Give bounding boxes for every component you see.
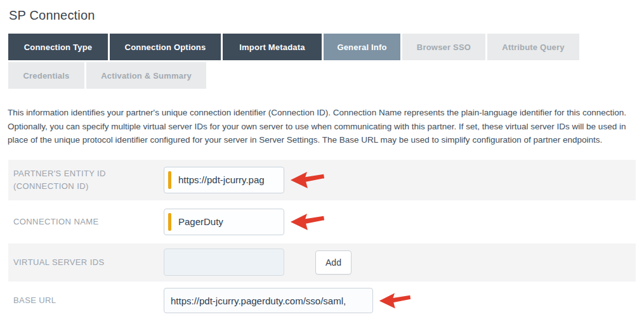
- tab-connection-options[interactable]: Connection Options: [110, 34, 221, 60]
- connection-name-label: CONNECTION NAME: [13, 216, 164, 228]
- tab-row-2: Credentials Activation & Summary: [8, 62, 644, 89]
- partners-entity-id-input-wrap: [164, 167, 284, 193]
- form-row-connection-name: CONNECTION NAME: [8, 200, 636, 243]
- tab-row-1: Connection Type Connection Options Impor…: [8, 34, 644, 60]
- form-row-virtual-server-ids: VIRTUAL SERVER IDS Add: [8, 243, 636, 282]
- virtual-server-ids-label: VIRTUAL SERVER IDS: [13, 256, 164, 269]
- partners-entity-id-label: PARTNER'S ENTITY ID (CONNECTION ID): [13, 167, 164, 193]
- red-arrow-icon: [289, 211, 325, 232]
- wizard-tabs: Connection Type Connection Options Impor…: [8, 34, 644, 89]
- add-button[interactable]: Add: [315, 250, 352, 275]
- red-arrow-icon: [378, 291, 411, 310]
- page-title: SP Connection: [9, 8, 644, 23]
- connection-name-input-wrap: [164, 209, 284, 235]
- tab-attribute-query[interactable]: Attribute Query: [487, 34, 579, 60]
- tab-activation-summary[interactable]: Activation & Summary: [86, 62, 206, 89]
- partners-entity-id-input[interactable]: [164, 167, 284, 193]
- virtual-server-ids-input-wrap: [164, 249, 284, 276]
- base-url-input[interactable]: [164, 288, 373, 313]
- tab-import-metadata[interactable]: Import Metadata: [223, 34, 322, 60]
- connection-name-input[interactable]: [164, 209, 284, 235]
- base-url-input-wrap: [164, 288, 373, 313]
- tab-general-info[interactable]: General Info: [324, 34, 400, 60]
- form-row-base-url: BASE URL: [8, 282, 636, 320]
- red-arrow-icon: [289, 169, 325, 190]
- general-info-form: PARTNER'S ENTITY ID (CONNECTION ID) CONN…: [8, 160, 636, 320]
- base-url-label: BASE URL: [13, 294, 164, 307]
- form-row-partners-entity-id: PARTNER'S ENTITY ID (CONNECTION ID): [8, 160, 636, 200]
- virtual-server-ids-input[interactable]: [164, 249, 284, 276]
- tab-connection-type[interactable]: Connection Type: [8, 34, 108, 60]
- description-text: This information identifies your partner…: [8, 106, 638, 147]
- tab-browser-sso[interactable]: Browser SSO: [402, 34, 485, 60]
- tab-credentials[interactable]: Credentials: [8, 62, 84, 89]
